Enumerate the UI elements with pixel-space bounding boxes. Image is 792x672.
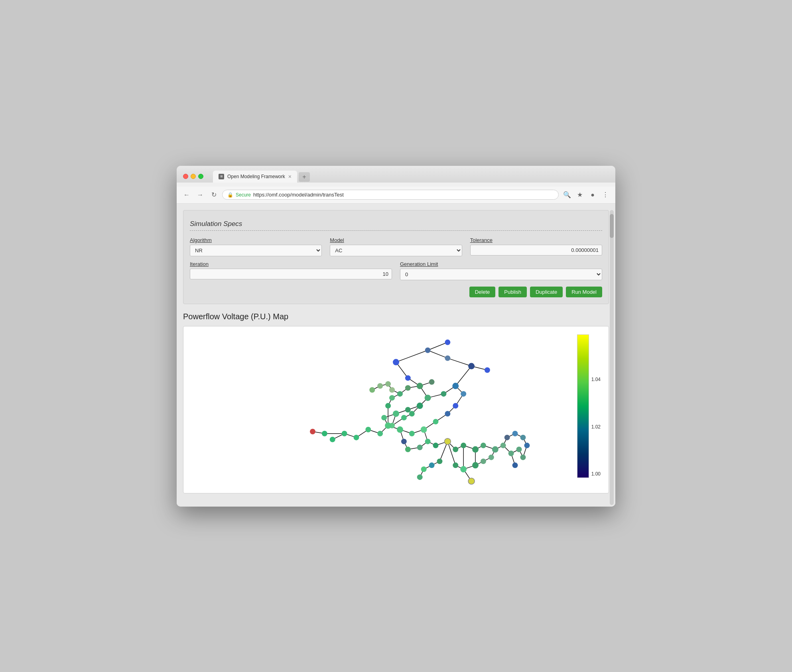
svg-point-108 (401, 415, 407, 420)
svg-line-11 (455, 366, 471, 386)
new-tab-button[interactable]: + (299, 172, 310, 182)
generation-limit-group: Generation Limit 0 100 500 (400, 261, 602, 280)
powerflow-section: Powerflow Voltage (P.U.) Map (183, 312, 609, 493)
duplicate-button[interactable]: Duplicate (530, 287, 563, 297)
browser-window: ⊞ Open Modeling Framework × + ← → ↻ 🔒 Se… (177, 166, 615, 507)
svg-point-95 (445, 411, 450, 416)
svg-point-110 (433, 419, 439, 424)
model-label: Model (330, 237, 462, 243)
browser-titlebar: ⊞ Open Modeling Framework × + (177, 166, 615, 183)
generation-limit-select[interactable]: 0 100 500 (400, 269, 602, 280)
svg-point-84 (468, 363, 475, 369)
close-button[interactable] (183, 174, 188, 179)
form-bottom-row: Iteration 10 Generation Limit 0 100 500 (190, 261, 602, 280)
svg-point-150 (401, 438, 407, 444)
svg-point-103 (405, 407, 411, 413)
svg-point-114 (385, 422, 391, 428)
minimize-button[interactable] (191, 174, 196, 179)
svg-point-117 (354, 434, 359, 440)
secure-icon: 🔒 (227, 192, 233, 198)
svg-point-88 (429, 379, 435, 385)
model-group: Model AC DC (330, 237, 462, 256)
tab-close-icon[interactable]: × (288, 173, 292, 180)
svg-point-121 (310, 428, 315, 434)
powerflow-title: Powerflow Voltage (P.U.) Map (183, 312, 609, 321)
delete-button[interactable]: Delete (469, 287, 496, 297)
svg-point-130 (500, 442, 506, 448)
svg-point-99 (385, 403, 391, 409)
model-select[interactable]: AC DC (330, 245, 462, 256)
search-icon[interactable]: 🔍 (562, 190, 572, 200)
account-icon[interactable]: ● (587, 190, 598, 200)
svg-point-101 (377, 383, 383, 389)
svg-point-120 (322, 430, 327, 436)
tolerance-group: Tolerance 0.00000001 (470, 237, 602, 256)
svg-point-151 (468, 478, 475, 484)
iteration-label: Iteration (190, 261, 392, 267)
svg-point-139 (489, 454, 494, 460)
svg-point-140 (481, 458, 486, 464)
svg-point-118 (342, 430, 347, 436)
svg-point-116 (365, 426, 371, 432)
network-graph (183, 326, 609, 493)
svg-point-86 (405, 375, 411, 381)
tab-favicon: ⊞ (219, 174, 224, 179)
svg-point-141 (472, 462, 479, 468)
svg-point-109 (409, 411, 415, 416)
scale-1-04-label: 1.04 (591, 377, 601, 382)
color-scale-labels: 1.04 1.02 1.00 (591, 334, 601, 478)
svg-point-106 (381, 415, 387, 420)
section-divider (190, 230, 602, 231)
scale-1-02-label: 1.02 (591, 424, 601, 430)
address-bar[interactable]: 🔒 Secure https://omf.coop/model/admin/tr… (222, 190, 559, 200)
svg-point-119 (330, 436, 335, 442)
svg-point-91 (441, 391, 446, 397)
iteration-input[interactable]: 10 (190, 269, 392, 279)
svg-point-115 (377, 430, 383, 436)
form-top-row: Algorithm NR FBS Model AC DC Tolerance 0… (190, 237, 602, 256)
svg-point-102 (369, 387, 375, 393)
svg-point-113 (397, 426, 403, 432)
svg-point-143 (453, 462, 458, 468)
menu-icon[interactable]: ⋮ (600, 190, 611, 200)
tolerance-label: Tolerance (470, 237, 602, 243)
publish-button[interactable]: Publish (498, 287, 527, 297)
scrollbar[interactable] (610, 210, 614, 505)
svg-line-2 (428, 342, 448, 350)
generation-limit-label: Generation Limit (400, 261, 602, 267)
active-tab[interactable]: ⊞ Open Modeling Framework × (213, 171, 297, 183)
maximize-button[interactable] (198, 174, 203, 179)
svg-point-134 (520, 434, 526, 440)
run-model-button[interactable]: Run Model (566, 287, 602, 297)
forward-button[interactable]: → (195, 190, 205, 200)
svg-point-93 (461, 391, 466, 397)
back-button[interactable]: ← (181, 190, 192, 200)
svg-point-123 (433, 442, 439, 448)
scrollbar-thumb[interactable] (610, 214, 614, 238)
svg-point-131 (508, 450, 514, 456)
svg-point-145 (429, 462, 435, 468)
svg-point-98 (389, 395, 395, 401)
browser-navbar: ← → ↻ 🔒 Secure https://omf.coop/model/ad… (177, 187, 615, 204)
tab-title: Open Modeling Framework (227, 174, 285, 179)
svg-line-4 (447, 358, 471, 366)
traffic-lights (183, 174, 203, 179)
svg-point-127 (472, 446, 479, 452)
tolerance-input[interactable]: 0.00000001 (470, 245, 602, 255)
svg-point-80 (393, 359, 399, 365)
svg-point-90 (417, 403, 423, 409)
svg-point-149 (405, 446, 411, 452)
algorithm-select[interactable]: NR FBS (190, 245, 322, 256)
svg-point-83 (445, 355, 450, 361)
iteration-group: Iteration 10 (190, 261, 392, 280)
svg-point-125 (453, 446, 458, 452)
bookmark-icon[interactable]: ★ (575, 190, 585, 200)
svg-point-81 (425, 347, 431, 353)
svg-point-104 (393, 410, 399, 417)
reload-button[interactable]: ↻ (209, 190, 219, 200)
svg-point-111 (421, 426, 427, 432)
svg-point-85 (485, 367, 490, 373)
svg-point-105 (389, 387, 395, 393)
svg-point-138 (512, 462, 518, 468)
svg-point-126 (461, 442, 466, 448)
